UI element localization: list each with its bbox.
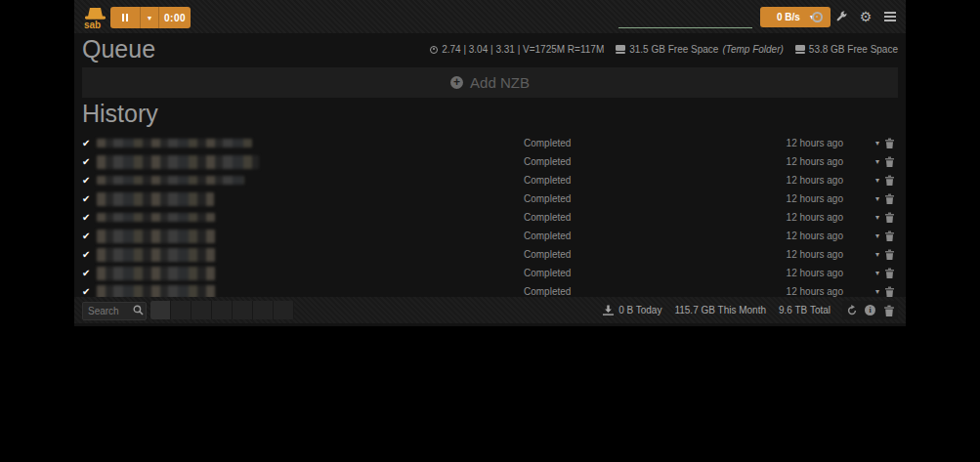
history-footer: 0 B Today 115.7 GB This Month 9.6 TB Tot… — [74, 297, 906, 323]
history-row[interactable]: ✔ Completed 12 hours ago ▾ — [74, 152, 906, 171]
pause-dropdown-caret[interactable]: ▾ — [140, 7, 158, 28]
pause-control-group: ▾ 0:00 — [110, 7, 191, 28]
navbar-icons: ⚙ — [809, 6, 898, 27]
add-nzb-button[interactable]: + Add NZB — [82, 67, 898, 98]
page-button[interactable] — [212, 301, 233, 319]
pause-button[interactable] — [110, 7, 140, 28]
status-label: Completed — [524, 193, 571, 204]
temp-free-space: 31.5 GB Free Space (Temp Folder) — [616, 44, 784, 55]
history-row[interactable]: ✔ Completed 12 hours ago ▾ — [74, 134, 906, 152]
queue-section-header: Queue 2.74 | 3.04 | 3.31 | V=1725M R=117… — [74, 33, 906, 67]
trash-icon[interactable] — [885, 231, 894, 241]
row-dropdown-caret[interactable]: ▾ — [875, 287, 879, 296]
page-button[interactable] — [253, 301, 274, 319]
hdd-icon — [616, 45, 625, 54]
row-dropdown-caret[interactable]: ▾ — [875, 213, 879, 222]
row-dropdown-caret[interactable]: ▾ — [875, 139, 879, 147]
redacted-job-name — [97, 230, 215, 243]
trash-icon[interactable] — [885, 212, 894, 223]
info-icon[interactable]: i — [861, 301, 879, 319]
check-icon: ✔ — [82, 249, 97, 260]
age-label: 12 hours ago — [787, 156, 843, 167]
status-label: Completed — [524, 138, 571, 148]
hdd-icon — [795, 45, 805, 54]
history-row[interactable]: ✔ Completed 12 hours ago ▾ — [74, 208, 906, 227]
check-icon: ✔ — [82, 268, 97, 278]
redacted-job-name — [97, 267, 215, 280]
status-label: Completed — [524, 249, 571, 260]
check-icon: ✔ — [82, 193, 97, 204]
redacted-job-name — [97, 139, 252, 147]
plus-circle-icon: + — [450, 76, 463, 89]
check-icon: ✔ — [82, 156, 97, 167]
speed-value: 0 B/s — [777, 12, 800, 22]
top-navbar: sab ▾ 0:00 0 B/s ▾ — [74, 0, 906, 33]
redacted-job-name — [97, 213, 215, 222]
history-row[interactable]: ✔ Completed 12 hours ago ▾ — [74, 264, 906, 282]
pagination — [150, 301, 294, 319]
status-label: Completed — [524, 175, 571, 186]
history-row[interactable]: ✔ Completed 12 hours ago ▾ — [74, 171, 906, 189]
load-average: 2.74 | 3.04 | 3.31 | V=1725M R=117M — [430, 44, 604, 55]
trash-icon[interactable] — [885, 193, 894, 204]
row-dropdown-caret[interactable]: ▾ — [875, 176, 879, 185]
history-row[interactable]: ✔ Completed 12 hours ago ▾ — [74, 227, 906, 245]
page-button[interactable] — [233, 301, 253, 319]
redacted-job-name — [97, 176, 244, 185]
check-icon: ✔ — [82, 138, 97, 148]
check-icon: ✔ — [82, 175, 97, 186]
page-button[interactable] — [150, 301, 171, 319]
wrench-icon[interactable] — [833, 9, 849, 24]
purge-trash-icon[interactable] — [879, 301, 898, 319]
page-button[interactable] — [171, 301, 192, 319]
trash-icon[interactable] — [885, 175, 894, 186]
check-icon: ✔ — [82, 231, 97, 241]
stat-month: 115.7 GB This Month — [674, 305, 766, 315]
hamburger-menu-icon[interactable] — [882, 9, 898, 24]
row-dropdown-caret[interactable]: ▾ — [875, 157, 879, 166]
age-label: 12 hours ago — [787, 138, 843, 148]
sab-logo[interactable]: sab — [82, 5, 106, 29]
redacted-job-name — [97, 248, 215, 262]
add-nzb-label: Add NZB — [470, 74, 530, 91]
age-label: 12 hours ago — [787, 249, 843, 260]
age-label: 12 hours ago — [787, 175, 843, 186]
trash-icon[interactable] — [885, 249, 894, 260]
status-label: Completed — [524, 212, 571, 223]
check-icon: ✔ — [82, 212, 97, 223]
history-title: History — [74, 98, 906, 132]
stat-today: 0 B Today — [603, 305, 661, 315]
gear-icon[interactable]: ⚙ — [858, 9, 873, 24]
search-icon[interactable] — [133, 305, 144, 315]
download-icon — [603, 305, 614, 315]
trash-icon[interactable] — [885, 138, 894, 148]
history-row[interactable]: ✔ Completed 12 hours ago ▾ — [74, 189, 906, 208]
svg-text:sab: sab — [84, 20, 101, 29]
load-icon — [430, 46, 438, 54]
disk-free-space: 53.8 GB Free Space — [795, 44, 898, 55]
pause-icon — [122, 14, 124, 21]
status-label: Completed — [524, 286, 571, 297]
page-button[interactable] — [274, 301, 294, 319]
page-button[interactable] — [192, 301, 212, 319]
age-label: 12 hours ago — [787, 193, 843, 204]
system-status-bar: 2.74 | 3.04 | 3.31 | V=1725M R=117M 31.5… — [430, 44, 898, 55]
age-label: 12 hours ago — [787, 231, 843, 241]
add-nzb-icon[interactable] — [809, 9, 825, 24]
row-dropdown-caret[interactable]: ▾ — [875, 250, 879, 259]
row-dropdown-caret[interactable]: ▾ — [875, 194, 879, 203]
footer-button-group: i — [842, 301, 898, 319]
trash-icon[interactable] — [885, 156, 894, 167]
history-list: ✔ Completed 12 hours ago ▾ ✔ Completed 1… — [74, 132, 906, 319]
refresh-icon[interactable] — [842, 301, 861, 319]
redacted-job-name — [97, 192, 214, 206]
row-dropdown-caret[interactable]: ▾ — [875, 269, 879, 277]
row-dropdown-caret[interactable]: ▾ — [875, 231, 879, 240]
trash-icon[interactable] — [885, 286, 894, 297]
age-label: 12 hours ago — [787, 212, 843, 223]
check-icon: ✔ — [82, 286, 97, 297]
history-row[interactable]: ✔ Completed 12 hours ago ▾ — [74, 245, 906, 264]
age-label: 12 hours ago — [787, 268, 843, 278]
age-label: 12 hours ago — [787, 286, 843, 297]
trash-icon[interactable] — [885, 268, 894, 278]
